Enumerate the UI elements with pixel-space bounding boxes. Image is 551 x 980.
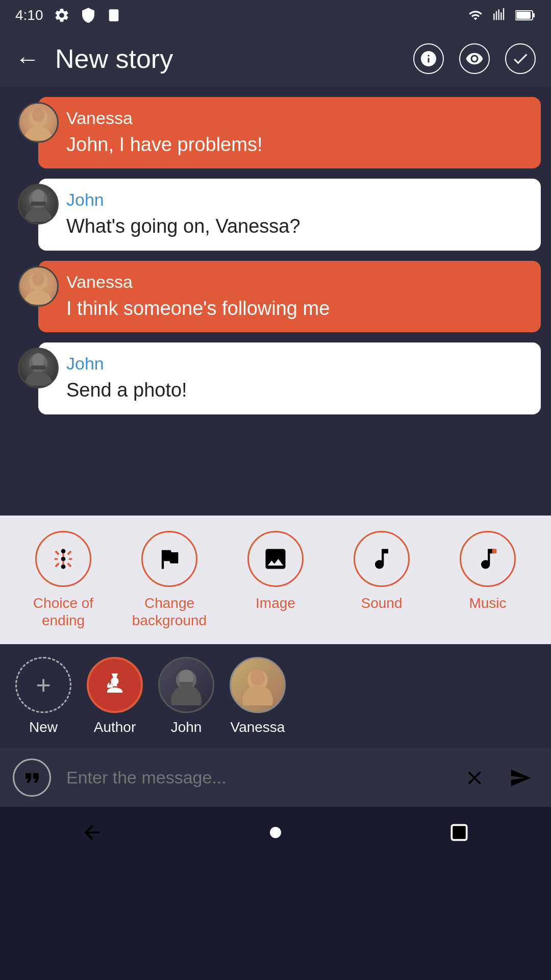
svg-point-18	[61, 557, 66, 561]
svg-point-15	[24, 372, 53, 386]
nav-recents-button[interactable]	[439, 812, 480, 853]
nav-home-button[interactable]	[255, 812, 296, 853]
top-bar: ← New story	[0, 31, 551, 87]
toolbar-image[interactable]: Image	[222, 531, 329, 612]
time: 4:10	[15, 7, 43, 23]
char-author-avatar: ❝	[87, 657, 143, 713]
message-text: John, I have problems!	[66, 132, 525, 157]
toolbar-choice-of-ending[interactable]: Choice of ending	[10, 531, 116, 629]
save-button[interactable]	[505, 43, 536, 74]
avatar	[18, 348, 59, 388]
nav-back-button[interactable]	[71, 812, 112, 853]
settings-icon	[54, 7, 70, 23]
sim-icon	[107, 7, 121, 23]
svg-text:❝: ❝	[106, 681, 113, 695]
char-john-avatar	[158, 657, 214, 713]
image-icon-circle	[247, 531, 304, 587]
status-bar: 4:10	[0, 0, 551, 31]
chat-area: Vanessa John, I have problems! John What…	[0, 87, 551, 516]
page-title: New story	[55, 43, 398, 74]
change-background-icon-circle	[141, 531, 197, 587]
character-bar: + New ❝ Author John	[0, 644, 551, 748]
image-label: Image	[256, 595, 295, 612]
svg-rect-24	[179, 682, 193, 685]
svg-point-19	[61, 549, 66, 554]
char-john[interactable]: John	[158, 657, 214, 736]
svg-point-27	[251, 670, 265, 686]
avatar	[18, 184, 59, 225]
back-button[interactable]: ←	[15, 45, 40, 73]
quote-button[interactable]	[13, 758, 51, 797]
clear-button[interactable]	[457, 760, 492, 796]
toolbar: Choice of ending Change background Image…	[0, 516, 551, 644]
battery-icon	[515, 9, 536, 21]
svg-rect-17	[31, 365, 46, 370]
music-icon-circle	[460, 531, 516, 587]
svg-point-28	[242, 685, 273, 705]
char-vanessa-label: Vanessa	[231, 719, 285, 736]
char-vanessa[interactable]: Vanessa	[230, 657, 286, 736]
wifi-icon	[466, 8, 485, 22]
svg-point-8	[24, 208, 53, 222]
info-button[interactable]	[413, 43, 444, 74]
svg-point-20	[61, 565, 66, 569]
send-button[interactable]	[503, 760, 538, 796]
status-right	[466, 8, 536, 22]
message-text: Send a photo!	[66, 378, 525, 403]
svg-rect-30	[452, 825, 466, 840]
message-sender: John	[66, 190, 525, 210]
svg-point-16	[32, 353, 44, 368]
toolbar-sound[interactable]: Sound	[329, 531, 435, 612]
svg-point-9	[32, 189, 44, 204]
choice-of-ending-label: Choice of ending	[33, 595, 93, 629]
choice-of-ending-icon-circle	[35, 531, 91, 587]
status-left: 4:10	[15, 7, 121, 23]
toolbar-change-background[interactable]: Change background	[116, 531, 222, 629]
sound-icon-circle	[354, 531, 410, 587]
message-sender: John	[66, 354, 525, 374]
char-author[interactable]: ❝ Author	[87, 657, 143, 736]
avatar	[18, 102, 59, 143]
svg-rect-10	[31, 202, 46, 206]
sound-label: Sound	[361, 595, 403, 612]
char-new-avatar: +	[15, 657, 71, 713]
table-row[interactable]: John What's going on, Vanessa?	[38, 179, 541, 250]
change-background-label: Change background	[132, 595, 207, 629]
char-new-label: New	[29, 719, 58, 736]
svg-rect-2	[533, 13, 535, 17]
signal-icon	[492, 8, 508, 22]
svg-point-12	[24, 290, 53, 304]
char-john-label: John	[171, 719, 202, 736]
table-row[interactable]: John Send a photo!	[38, 342, 541, 414]
message-text: I think someone's following me	[66, 296, 525, 321]
char-author-label: Author	[94, 719, 136, 736]
top-bar-actions	[413, 43, 536, 74]
char-new[interactable]: + New	[15, 657, 71, 736]
message-input-bar	[0, 748, 551, 807]
message-sender: Vanessa	[66, 272, 525, 292]
char-vanessa-avatar	[230, 657, 286, 713]
music-label: Music	[469, 595, 506, 612]
table-row[interactable]: Vanessa I think someone's following me	[38, 261, 541, 332]
preview-button[interactable]	[459, 43, 490, 74]
toolbar-music[interactable]: Music	[435, 531, 541, 612]
message-text: What's going on, Vanessa?	[66, 214, 525, 239]
svg-point-29	[270, 827, 281, 838]
table-row[interactable]: Vanessa John, I have problems!	[38, 97, 541, 168]
svg-point-5	[24, 126, 53, 140]
svg-rect-0	[109, 9, 118, 21]
message-input[interactable]	[61, 763, 446, 793]
message-sender: Vanessa	[66, 108, 525, 128]
svg-rect-3	[516, 12, 531, 19]
avatar	[18, 266, 59, 307]
nav-bar	[0, 807, 551, 858]
shield-icon	[80, 7, 96, 23]
svg-point-13	[32, 272, 44, 286]
svg-point-6	[32, 108, 44, 122]
svg-point-25	[171, 685, 202, 705]
